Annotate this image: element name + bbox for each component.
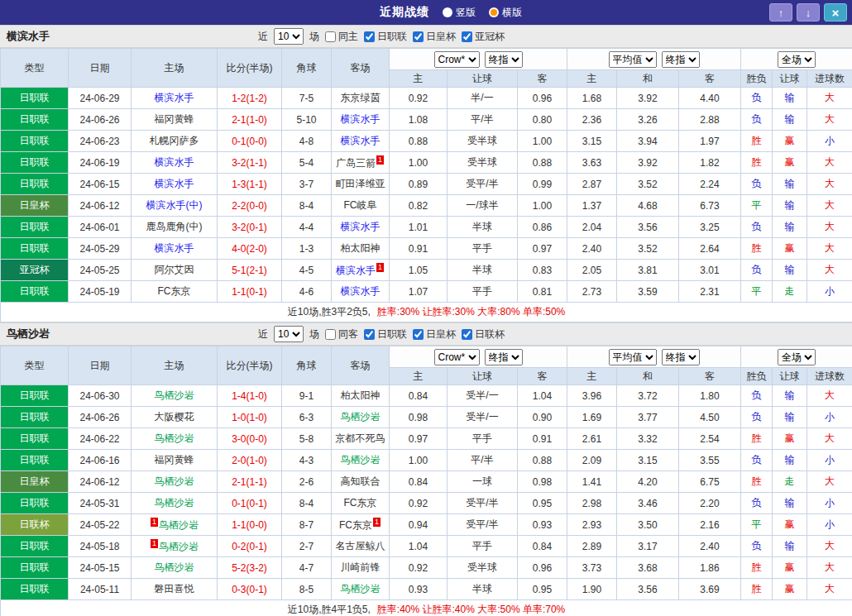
crow-away-odds: 1.00 — [518, 131, 567, 152]
crow-home-odds: 0.92 — [390, 493, 448, 514]
home-team: 鸟栖沙岩 — [132, 493, 218, 514]
match-row: 日职联24-06-26福冈黄蜂2-1(1-0)5-10横滨水手1.08平/半0.… — [1, 109, 852, 131]
crow-home-odds: 0.94 — [390, 514, 448, 536]
odds-stage-select[interactable]: 终指 — [662, 51, 700, 68]
same-venue-checkbox[interactable]: 同客 — [325, 327, 358, 341]
crow-handicap: 一/球半 — [448, 195, 518, 217]
subcolumn-header: 胜负 — [741, 70, 773, 88]
league-filter-checkbox-box[interactable] — [364, 329, 375, 340]
match-row: 日职联24-05-181鸟栖沙岩0-2(0-1)2-7名古屋鲸八1.04平手0.… — [1, 536, 852, 557]
average-select[interactable]: 平均值 — [609, 51, 657, 68]
avg-home-odds: 2.05 — [567, 260, 617, 281]
subcolumn-header: 让球 — [448, 70, 518, 88]
crow-away-odds: 0.83 — [518, 260, 567, 281]
bookmaker-select[interactable]: Crow* — [434, 349, 480, 365]
score: 1-0(1-0) — [218, 407, 282, 428]
titlebar-buttons: ↑ ↓ × — [769, 3, 847, 21]
close-button[interactable]: × — [824, 3, 847, 21]
average-select[interactable]: 平均值 — [609, 349, 657, 365]
avg-away-odds: 6.75 — [679, 471, 741, 493]
league-filter-checkbox[interactable]: 亚冠杯 — [462, 30, 505, 44]
avg-home-odds: 2.73 — [567, 281, 617, 303]
near-label: 近 — [258, 30, 268, 44]
crow-home-odds: 1.05 — [390, 260, 448, 281]
match-row: 日职联24-06-30鸟栖沙岩1-4(1-0)9-1柏太阳神0.84受半/一1.… — [1, 385, 852, 407]
league-badge: 日联杯 — [1, 514, 69, 536]
league-filter-checkbox[interactable]: 日皇杯 — [413, 327, 456, 341]
odds-stage-select[interactable]: 终指 — [485, 51, 523, 68]
avg-draw-odds: 3.81 — [617, 260, 679, 281]
crow-handicap: 平/半 — [448, 450, 518, 471]
bookmaker-select[interactable]: Crow* — [434, 51, 480, 68]
avg-draw-odds: 3.72 — [617, 385, 679, 407]
match-date: 24-05-15 — [69, 557, 132, 579]
avg-home-odds: 3.73 — [567, 557, 617, 579]
corner-score: 8-4 — [282, 195, 332, 217]
filter-bar: 近10场同客日职联日皇杯日联杯 — [258, 326, 505, 342]
league-filter-checkbox[interactable]: 日联杯 — [462, 327, 505, 341]
avg-draw-odds: 3.94 — [617, 131, 679, 152]
result-outcome: 胜 — [741, 579, 773, 600]
crow-handicap: 平/半 — [448, 109, 518, 131]
team-section: 横滨水手近10场同主日职联日皇杯亚冠杯类型日期主场比分(半场)角球客场Crow*… — [0, 25, 852, 322]
odds-stage-select[interactable]: 终指 — [662, 349, 700, 365]
avg-home-odds: 1.68 — [567, 88, 617, 109]
avg-away-odds: 1.82 — [679, 152, 741, 174]
match-date: 24-06-22 — [69, 428, 132, 450]
radio-icon — [489, 7, 499, 17]
red-card-badge: 1 — [373, 518, 381, 527]
result-outcome: 负 — [741, 88, 773, 109]
crow-home-odds: 1.07 — [390, 281, 448, 303]
avg-draw-odds: 3.26 — [617, 109, 679, 131]
column-header: 角球 — [282, 49, 332, 88]
home-team: 福冈黄蜂 — [132, 450, 218, 471]
score: 1-3(1-1) — [218, 174, 282, 195]
avg-draw-odds: 3.56 — [617, 217, 679, 238]
radio-vertical-layout[interactable]: 竖版 — [443, 6, 476, 20]
league-filter-checkbox-box[interactable] — [413, 329, 424, 340]
recent-results-window: 近期战绩 竖版 横版 ↑ ↓ × 横滨水手近10场同主日职联日皇杯亚冠杯类型日期… — [0, 0, 852, 616]
scroll-up-button[interactable]: ↑ — [769, 3, 792, 21]
match-date: 24-05-29 — [69, 238, 132, 260]
result-goals: 大 — [807, 428, 852, 450]
result-goals: 大 — [807, 471, 852, 493]
avg-away-odds: 2.54 — [679, 428, 741, 450]
scroll-down-button[interactable]: ↓ — [797, 3, 820, 21]
crow-away-odds: 0.99 — [518, 174, 567, 195]
same-venue-checkbox-box[interactable] — [325, 31, 336, 42]
scope-select[interactable]: 全场 — [778, 349, 816, 365]
match-count-select[interactable]: 10 — [274, 326, 304, 342]
crow-handicap: 半球 — [448, 260, 518, 281]
match-count-select[interactable]: 10 — [274, 28, 304, 45]
league-filter-checkbox-box[interactable] — [413, 31, 424, 42]
same-venue-checkbox-box[interactable] — [325, 329, 336, 340]
odds-stage-select[interactable]: 终指 — [485, 349, 523, 365]
avg-away-odds: 4.50 — [679, 407, 741, 428]
score: 1-4(1-0) — [218, 385, 282, 407]
result-goals: 大 — [807, 152, 852, 174]
league-badge: 日职联 — [1, 450, 69, 471]
result-handicap: 赢 — [773, 557, 807, 579]
league-filter-checkbox-box[interactable] — [462, 31, 472, 42]
avg-draw-odds: 4.20 — [617, 471, 679, 493]
league-filter-checkbox[interactable]: 日皇杯 — [413, 30, 456, 44]
crow-handicap: 受半球 — [448, 152, 518, 174]
crow-away-odds: 0.88 — [518, 152, 567, 174]
same-venue-checkbox-label: 同主 — [338, 30, 358, 44]
crow-home-odds: 0.92 — [390, 88, 448, 109]
league-filter-checkbox-box[interactable] — [462, 329, 472, 340]
column-header: 客场 — [332, 346, 390, 385]
crow-home-odds: 1.00 — [390, 450, 448, 471]
crow-handicap: 受半/一 — [448, 385, 518, 407]
radio-horizontal-layout[interactable]: 横版 — [489, 6, 522, 20]
same-venue-checkbox[interactable]: 同主 — [325, 30, 358, 44]
home-team: 札幌冈萨多 — [132, 131, 218, 152]
league-filter-checkbox[interactable]: 日职联 — [364, 30, 407, 44]
section-header: 横滨水手近10场同主日职联日皇杯亚冠杯 — [0, 25, 852, 48]
red-card-badge: 1 — [376, 263, 384, 272]
league-filter-checkbox[interactable]: 日职联 — [364, 327, 407, 341]
scope-select[interactable]: 全场 — [778, 51, 816, 68]
result-goals: 大 — [807, 88, 852, 109]
home-team: 鸟栖沙岩 — [132, 557, 218, 579]
league-filter-checkbox-box[interactable] — [364, 31, 375, 42]
